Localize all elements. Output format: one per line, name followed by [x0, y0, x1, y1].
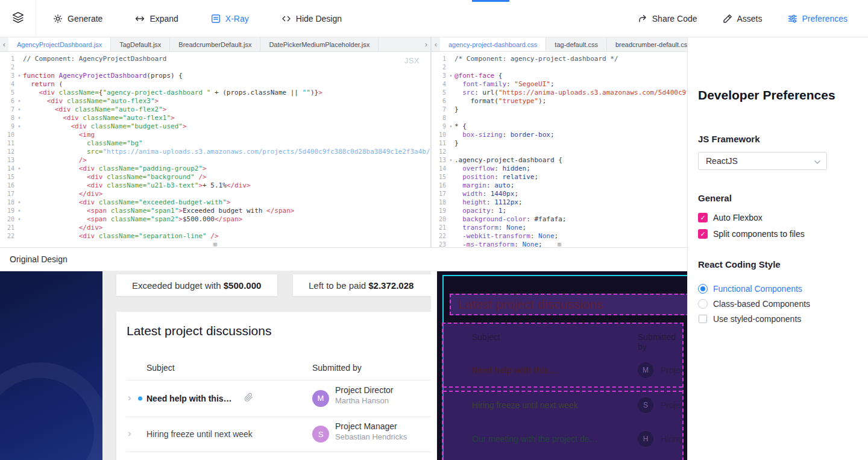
xray-button[interactable]: X-Ray	[211, 14, 249, 24]
line-number: 13	[432, 156, 447, 165]
code-line[interactable]: 13 />	[0, 156, 430, 165]
code-line[interactable]: 2	[432, 63, 687, 72]
code-line[interactable]: 12 src="https://anima-uploads.s3.amazona…	[0, 148, 430, 156]
gear-icon	[53, 14, 63, 24]
code-line[interactable]: 19▾ <span className="span1">Exceeded bud…	[0, 207, 430, 215]
code-line[interactable]: 10 <img	[0, 131, 430, 139]
code-line[interactable]: 19 opacity: 1;	[432, 207, 687, 215]
code-line[interactable]: 12	[432, 148, 687, 156]
fold-arrow-icon[interactable]: ▾	[16, 207, 23, 215]
code-line[interactable]: 16 <div className="u21-b3-text">+ 5.1%</…	[0, 181, 430, 190]
tab-agency-project-dashboard.css[interactable]: agency-project-dashboard.css	[440, 37, 546, 51]
class-based-components-radio[interactable]: Class-based Components	[698, 299, 856, 309]
expand-button[interactable]: Expand	[135, 14, 178, 24]
coding-style-label: React Coding Style	[698, 259, 856, 269]
code-line[interactable]: 22 <div className="separation-line" />	[0, 232, 430, 241]
tab-breadcrumber-default.css[interactable]: breadcrumber-default.css	[607, 37, 687, 51]
fold-gutter	[16, 131, 23, 139]
code-line[interactable]: 5 <div className={"agency-project-dashbo…	[0, 89, 430, 97]
fold-gutter	[16, 55, 23, 63]
code-line[interactable]: 8▾ <div className="auto-flex1">	[0, 114, 430, 122]
xray-row[interactable]: Hiring freeze until next week S Project …	[472, 397, 681, 413]
code-line[interactable]: 1/* Component: agency-project-dashboard …	[432, 55, 687, 63]
hide-design-button[interactable]: Hide Design	[281, 14, 342, 24]
assets-button[interactable]: Assets	[723, 14, 763, 24]
functional-components-radio[interactable]: Functional Components	[698, 284, 856, 294]
code-line[interactable]: 14▾ <div className="padding-group2">	[0, 165, 430, 173]
tab-TagDefault.jsx[interactable]: TagDefault.jsx	[111, 37, 170, 51]
code-line[interactable]: 13▾.agency-project-dashboard {	[432, 156, 687, 165]
jsx-code-area[interactable]: JSX 1// Component: AgencyProjectDashboar…	[0, 52, 430, 247]
code-line[interactable]: 22 -webkit-transform: None;	[432, 232, 687, 241]
code-line[interactable]: 16 margin: auto;	[432, 181, 687, 190]
code-line[interactable]: 20▾ <span className="span2">$500.000</sp…	[0, 215, 430, 224]
code-line[interactable]: 15 <div className="background" />	[0, 173, 430, 181]
code-line[interactable]: 11 className="bg"	[0, 139, 430, 148]
styled-components-checkbox[interactable]: Use styled-components	[698, 314, 856, 324]
resize-handle[interactable]: ≡	[557, 241, 562, 247]
code-line[interactable]: 11}	[432, 139, 687, 148]
fold-gutter	[447, 224, 454, 232]
fold-arrow-icon[interactable]: ▾	[16, 72, 23, 80]
share-code-button[interactable]: Share Code	[638, 14, 697, 24]
code-line[interactable]: 21 transform: None;	[432, 224, 687, 232]
tab-DatePickerMediumPlaceholder.jsx[interactable]: DatePickerMediumPlaceholder.jsx	[260, 37, 379, 51]
fold-arrow-icon[interactable]: ▾	[16, 114, 23, 122]
fold-arrow-icon[interactable]: ▾	[16, 215, 23, 224]
tab-scroll-right-icon[interactable]: ›	[422, 37, 430, 51]
app-logo[interactable]	[0, 0, 36, 37]
tab-scroll-left-icon[interactable]: ‹	[432, 37, 440, 51]
code-line[interactable]: 18▾ <div className="exceeded-budget-with…	[0, 198, 430, 207]
fold-arrow-icon[interactable]: ▾	[16, 106, 23, 114]
fold-arrow-icon[interactable]: ▾	[16, 97, 23, 106]
resize-handle[interactable]: ≡	[213, 241, 218, 247]
discussion-row: › Need help with this… M Project Directo…	[116, 380, 431, 417]
fold-arrow-icon[interactable]: ▾	[447, 72, 454, 80]
fold-gutter	[447, 148, 454, 156]
code-line[interactable]: 9▾* {	[432, 122, 687, 131]
code-line[interactable]: 4 font-family: "SegoeUI";	[432, 80, 687, 89]
xray-table-box[interactable]: Subject Submitted by Need help with this…	[442, 323, 684, 460]
css-code-area[interactable]: 1/* Component: agency-project-dashboard …	[432, 52, 687, 247]
split-components-checkbox[interactable]: Split components to files	[698, 229, 856, 239]
code-line[interactable]: 4 return (	[0, 80, 430, 89]
code-line[interactable]: 14 overflow: hidden;	[432, 165, 687, 173]
line-number: 22	[432, 232, 447, 241]
code-line[interactable]: 8	[432, 114, 687, 122]
js-framework-select[interactable]: ReactJS	[698, 152, 827, 170]
fold-arrow-icon[interactable]: ▾	[16, 198, 23, 207]
tab-scroll-left-icon[interactable]: ‹	[0, 37, 8, 51]
code-line[interactable]: 15 position: relative;	[432, 173, 687, 181]
generate-button[interactable]: Generate	[53, 14, 102, 24]
fold-arrow-icon[interactable]: ▾	[447, 122, 454, 131]
code-line[interactable]: 9▾ <div className="budget-used">	[0, 122, 430, 131]
code-line[interactable]: 3▾function AgencyProjectDashboard(props)…	[0, 72, 430, 80]
code-line[interactable]: 20 background-color: #fafafa;	[432, 215, 687, 224]
code-line[interactable]: 6▾ <div className="auto-flex3">	[0, 97, 430, 106]
code-line[interactable]: 17 </div>	[0, 190, 430, 198]
code-line[interactable]: 7▾ <div className="auto-flex2">	[0, 106, 430, 114]
code-line[interactable]: 1// Component: AgencyProjectDashboard	[0, 55, 430, 63]
xray-row[interactable]: Need help with this… M Project Director	[472, 362, 681, 378]
fold-arrow-icon[interactable]: ▾	[447, 156, 454, 165]
code-line[interactable]: 21 </div>	[0, 224, 430, 232]
tab-BreadcrumberDefault.jsx[interactable]: BreadcrumberDefault.jsx	[170, 37, 260, 51]
progress-bar	[472, 0, 509, 2]
code-line[interactable]: 17 width: 1440px;	[432, 190, 687, 198]
tab-AgencyProjectDashboard.jsx[interactable]: AgencyProjectDashboard.jsx	[8, 37, 111, 51]
auto-flexbox-checkbox[interactable]: Auto Flexbox	[698, 213, 856, 222]
code-line[interactable]: 5 src: url("https://anima-uploads.s3.ama…	[432, 89, 687, 97]
xray-row[interactable]: Our meeting with the project de… H Hirin…	[472, 431, 681, 447]
xray-row-subject: Hiring freeze until next week	[472, 400, 578, 410]
code-line[interactable]: 3▾@font-face {	[432, 72, 687, 80]
preferences-button[interactable]: Preferences	[788, 14, 848, 24]
xray-title-box[interactable]: Latest project discussions	[450, 294, 687, 315]
tab-tag-default.css[interactable]: tag-default.css	[546, 37, 607, 51]
code-line[interactable]: 10 box-sizing: border-box;	[432, 131, 687, 139]
fold-arrow-icon[interactable]: ▾	[16, 122, 23, 131]
code-line[interactable]: 6 format("truetype");	[432, 97, 687, 106]
code-line[interactable]: 7}	[432, 106, 687, 114]
fold-arrow-icon[interactable]: ▾	[16, 165, 23, 173]
code-line[interactable]: 2	[0, 63, 430, 72]
code-line[interactable]: 18 height: 1112px;	[432, 198, 687, 207]
